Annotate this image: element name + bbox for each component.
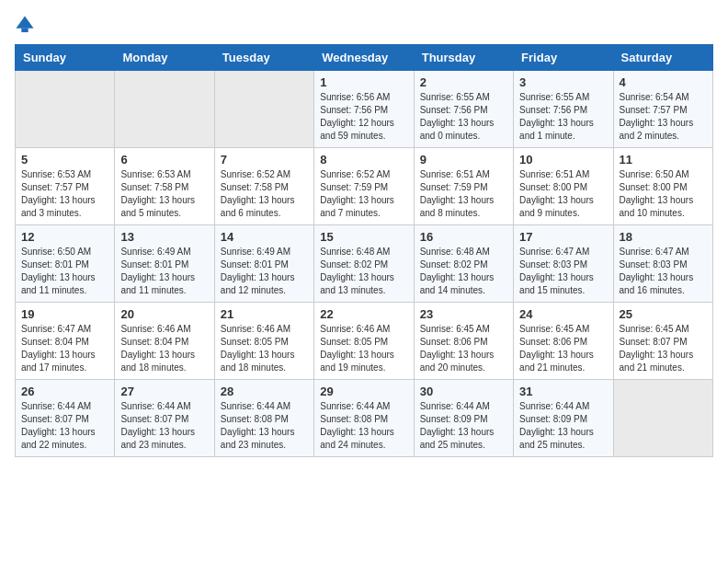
week-row-1: 1Sunrise: 6:56 AMSunset: 7:56 PMDaylight… (16, 71, 713, 148)
day-info: Sunrise: 6:51 AMSunset: 7:59 PMDaylight:… (420, 168, 507, 220)
calendar-table: SundayMondayTuesdayWednesdayThursdayFrid… (15, 44, 713, 457)
day-info: Sunrise: 6:46 AMSunset: 8:05 PMDaylight:… (320, 323, 407, 374)
logo (15, 15, 37, 35)
day-number: 30 (420, 385, 507, 398)
calendar-cell (115, 71, 214, 148)
day-number: 3 (519, 75, 607, 89)
day-number: 8 (320, 153, 407, 167)
calendar-cell: 21Sunrise: 6:46 AMSunset: 8:05 PMDayligh… (214, 303, 313, 380)
calendar-cell: 2Sunrise: 6:55 AMSunset: 7:56 PMDaylight… (414, 71, 513, 148)
day-number: 2 (420, 75, 507, 89)
day-info: Sunrise: 6:52 AMSunset: 7:58 PMDaylight:… (221, 168, 308, 220)
calendar-cell: 16Sunrise: 6:48 AMSunset: 8:02 PMDayligh… (414, 225, 513, 303)
calendar-cell (16, 71, 115, 148)
day-number: 10 (519, 153, 607, 167)
day-number: 25 (620, 307, 707, 321)
day-info: Sunrise: 6:55 AMSunset: 7:56 PMDaylight:… (420, 91, 507, 143)
week-row-4: 19Sunrise: 6:47 AMSunset: 8:04 PMDayligh… (16, 303, 713, 380)
day-number: 22 (320, 307, 407, 321)
day-number: 18 (620, 230, 707, 244)
weekday-header-monday: Monday (115, 45, 214, 71)
weekday-header-sunday: Sunday (16, 45, 115, 71)
calendar-cell: 24Sunrise: 6:45 AMSunset: 8:06 PMDayligh… (514, 303, 613, 380)
day-info: Sunrise: 6:46 AMSunset: 8:04 PMDaylight:… (120, 323, 208, 374)
day-number: 4 (620, 75, 707, 89)
calendar-cell: 18Sunrise: 6:47 AMSunset: 8:03 PMDayligh… (613, 225, 712, 303)
calendar-cell: 12Sunrise: 6:50 AMSunset: 8:01 PMDayligh… (16, 225, 115, 303)
day-info: Sunrise: 6:44 AMSunset: 8:08 PMDaylight:… (221, 400, 308, 452)
day-info: Sunrise: 6:49 AMSunset: 8:01 PMDaylight:… (221, 246, 308, 297)
page-header (15, 15, 713, 35)
day-info: Sunrise: 6:52 AMSunset: 7:59 PMDaylight:… (320, 168, 407, 220)
calendar-cell: 4Sunrise: 6:54 AMSunset: 7:57 PMDaylight… (613, 71, 712, 148)
day-info: Sunrise: 6:44 AMSunset: 8:09 PMDaylight:… (420, 400, 507, 452)
week-row-2: 5Sunrise: 6:53 AMSunset: 7:57 PMDaylight… (16, 148, 713, 225)
calendar-cell: 26Sunrise: 6:44 AMSunset: 8:07 PMDayligh… (16, 380, 115, 457)
day-number: 20 (120, 307, 208, 321)
week-row-3: 12Sunrise: 6:50 AMSunset: 8:01 PMDayligh… (16, 225, 713, 303)
day-number: 12 (21, 230, 108, 244)
calendar-cell: 10Sunrise: 6:51 AMSunset: 8:00 PMDayligh… (514, 148, 613, 225)
day-info: Sunrise: 6:48 AMSunset: 8:02 PMDaylight:… (320, 246, 407, 297)
day-info: Sunrise: 6:53 AMSunset: 7:57 PMDaylight:… (21, 168, 108, 220)
calendar-cell: 15Sunrise: 6:48 AMSunset: 8:02 PMDayligh… (314, 225, 414, 303)
weekday-header-thursday: Thursday (414, 45, 513, 71)
day-number: 13 (120, 230, 208, 244)
calendar-cell: 19Sunrise: 6:47 AMSunset: 8:04 PMDayligh… (16, 303, 115, 380)
week-row-5: 26Sunrise: 6:44 AMSunset: 8:07 PMDayligh… (16, 380, 713, 457)
calendar-cell: 9Sunrise: 6:51 AMSunset: 7:59 PMDaylight… (414, 148, 513, 225)
weekday-header-saturday: Saturday (613, 45, 712, 71)
calendar-cell: 27Sunrise: 6:44 AMSunset: 8:07 PMDayligh… (115, 380, 214, 457)
calendar-cell: 23Sunrise: 6:45 AMSunset: 8:06 PMDayligh… (414, 303, 513, 380)
day-number: 16 (420, 230, 507, 244)
day-number: 24 (519, 307, 607, 321)
day-info: Sunrise: 6:45 AMSunset: 8:06 PMDaylight:… (420, 323, 507, 374)
day-info: Sunrise: 6:47 AMSunset: 8:04 PMDaylight:… (21, 323, 108, 374)
day-info: Sunrise: 6:48 AMSunset: 8:02 PMDaylight:… (420, 246, 507, 297)
calendar-cell: 11Sunrise: 6:50 AMSunset: 8:00 PMDayligh… (613, 148, 712, 225)
day-number: 19 (21, 307, 108, 321)
svg-rect-1 (21, 29, 28, 32)
day-number: 15 (320, 230, 407, 244)
calendar-cell (214, 71, 313, 148)
day-number: 6 (120, 153, 208, 167)
day-number: 23 (420, 307, 507, 321)
day-info: Sunrise: 6:53 AMSunset: 7:58 PMDaylight:… (120, 168, 208, 220)
calendar-cell: 5Sunrise: 6:53 AMSunset: 7:57 PMDaylight… (16, 148, 115, 225)
weekday-header-wednesday: Wednesday (314, 45, 414, 71)
weekday-header-tuesday: Tuesday (214, 45, 313, 71)
day-info: Sunrise: 6:51 AMSunset: 8:00 PMDaylight:… (519, 168, 607, 220)
day-number: 27 (120, 385, 208, 398)
calendar-cell: 31Sunrise: 6:44 AMSunset: 8:09 PMDayligh… (514, 380, 613, 457)
day-info: Sunrise: 6:49 AMSunset: 8:01 PMDaylight:… (120, 246, 208, 297)
weekday-header-row: SundayMondayTuesdayWednesdayThursdayFrid… (16, 45, 713, 71)
svg-marker-0 (16, 16, 33, 28)
calendar-cell: 1Sunrise: 6:56 AMSunset: 7:56 PMDaylight… (314, 71, 414, 148)
day-info: Sunrise: 6:44 AMSunset: 8:07 PMDaylight:… (21, 400, 108, 452)
day-number: 29 (320, 385, 407, 398)
day-number: 7 (221, 153, 308, 167)
day-info: Sunrise: 6:47 AMSunset: 8:03 PMDaylight:… (620, 246, 707, 297)
day-number: 26 (21, 385, 108, 398)
day-info: Sunrise: 6:44 AMSunset: 8:08 PMDaylight:… (320, 400, 407, 452)
calendar-cell: 7Sunrise: 6:52 AMSunset: 7:58 PMDaylight… (214, 148, 313, 225)
calendar-cell: 29Sunrise: 6:44 AMSunset: 8:08 PMDayligh… (314, 380, 414, 457)
day-number: 1 (320, 75, 407, 89)
day-number: 11 (620, 153, 707, 167)
day-number: 28 (221, 385, 308, 398)
day-info: Sunrise: 6:55 AMSunset: 7:56 PMDaylight:… (519, 91, 607, 143)
calendar-cell: 22Sunrise: 6:46 AMSunset: 8:05 PMDayligh… (314, 303, 414, 380)
day-info: Sunrise: 6:46 AMSunset: 8:05 PMDaylight:… (221, 323, 308, 374)
day-info: Sunrise: 6:44 AMSunset: 8:09 PMDaylight:… (519, 400, 607, 452)
day-info: Sunrise: 6:54 AMSunset: 7:57 PMDaylight:… (620, 91, 707, 143)
logo-icon (15, 15, 35, 35)
day-info: Sunrise: 6:45 AMSunset: 8:07 PMDaylight:… (620, 323, 707, 374)
day-number: 21 (221, 307, 308, 321)
calendar-cell: 28Sunrise: 6:44 AMSunset: 8:08 PMDayligh… (214, 380, 313, 457)
calendar-cell: 14Sunrise: 6:49 AMSunset: 8:01 PMDayligh… (214, 225, 313, 303)
day-info: Sunrise: 6:45 AMSunset: 8:06 PMDaylight:… (519, 323, 607, 374)
day-info: Sunrise: 6:50 AMSunset: 8:01 PMDaylight:… (21, 246, 108, 297)
calendar-cell: 3Sunrise: 6:55 AMSunset: 7:56 PMDaylight… (514, 71, 613, 148)
day-number: 14 (221, 230, 308, 244)
weekday-header-friday: Friday (514, 45, 613, 71)
